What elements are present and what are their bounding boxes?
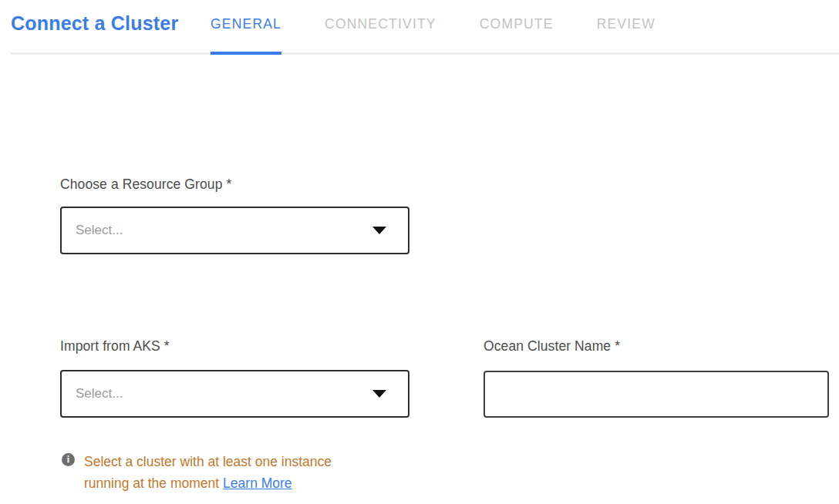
- tab-connectivity[interactable]: CONNECTIVITY: [325, 0, 436, 55]
- info-icon: i: [62, 453, 75, 466]
- ocean-cluster-name-input[interactable]: [484, 371, 829, 418]
- tab-general[interactable]: GENERAL: [211, 0, 281, 55]
- import-from-aks-select[interactable]: Select...: [60, 370, 409, 418]
- import-from-aks-select-placeholder: Select...: [76, 386, 372, 402]
- connect-cluster-page: Connect a Cluster GENERAL CONNECTIVITY C…: [0, 0, 839, 504]
- learn-more-link[interactable]: Learn More: [223, 475, 292, 491]
- aks-instance-note: i Select a cluster with at least one ins…: [62, 451, 370, 494]
- resource-group-select[interactable]: Select...: [60, 207, 409, 254]
- wizard-tabs: GENERAL CONNECTIVITY COMPUTE REVIEW: [211, 0, 655, 55]
- page-title: Connect a Cluster: [11, 12, 178, 35]
- caret-down-icon: [372, 227, 386, 234]
- note-text: Select a cluster with at least one insta…: [84, 451, 363, 494]
- note-message: Select a cluster with at least one insta…: [84, 454, 332, 491]
- resource-group-label: Choose a Resource Group *: [60, 176, 231, 193]
- ocean-cluster-name-label: Ocean Cluster Name *: [484, 338, 620, 354]
- caret-down-icon: [372, 390, 386, 398]
- import-from-aks-label: Import from AKS *: [60, 338, 170, 354]
- tab-compute[interactable]: COMPUTE: [480, 0, 554, 55]
- resource-group-select-placeholder: Select...: [76, 223, 372, 238]
- tab-review[interactable]: REVIEW: [597, 0, 655, 55]
